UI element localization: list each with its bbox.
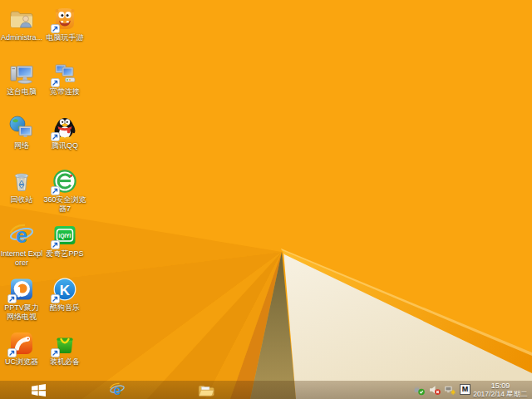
desktop-icon-label: 宽带连接 bbox=[50, 87, 80, 96]
start-button[interactable] bbox=[22, 381, 55, 399]
user-folder-icon bbox=[8, 6, 35, 32]
kugou-music-icon bbox=[52, 276, 78, 303]
ime-indicator[interactable]: M bbox=[460, 384, 470, 395]
desktop-icon-internet-explorer[interactable]: Internet Explorer bbox=[0, 221, 43, 275]
shortcut-arrow-icon bbox=[51, 348, 60, 357]
internet-explorer-icon bbox=[109, 382, 126, 398]
desktop-icon-label: 360安全浏览器7 bbox=[43, 195, 86, 214]
desktop-icon-label: 装机必备 bbox=[50, 357, 80, 367]
recycle-bin-icon bbox=[8, 168, 35, 195]
taskbar-internet-explorer-button[interactable] bbox=[101, 381, 134, 399]
360-secure-browser-icon bbox=[52, 168, 78, 195]
desktop-icon-label: 回收站 bbox=[11, 195, 33, 204]
iqiyi-pps-icon bbox=[52, 222, 78, 249]
network-icon bbox=[8, 114, 35, 140]
qq-icon bbox=[52, 114, 78, 140]
shortcut-arrow-icon bbox=[51, 132, 60, 141]
shortcut-arrow-icon bbox=[51, 78, 60, 87]
desktop-icon-iqiyi-pps[interactable]: 爱奇艺PPS bbox=[43, 221, 86, 275]
safely-remove-hardware-icon[interactable] bbox=[413, 384, 425, 396]
desktop-icon-label: 爱奇艺PPS bbox=[46, 249, 83, 259]
clock-time: 15:09 bbox=[470, 382, 530, 390]
desktop-icon-label: 网络 bbox=[14, 141, 29, 150]
uc-browser-icon bbox=[8, 330, 35, 357]
shortcut-arrow-icon bbox=[51, 24, 60, 33]
pc-mobile-game-icon bbox=[52, 6, 78, 32]
broadband-icon bbox=[52, 60, 78, 86]
taskbar-clock[interactable]: 15:09 2017/2/14 星期二 bbox=[470, 382, 530, 398]
volume-muted-icon[interactable] bbox=[429, 384, 441, 396]
desktop-icon-administrator[interactable]: Administra... bbox=[0, 5, 43, 59]
desktop-icon-qq[interactable]: 腾讯QQ bbox=[43, 113, 86, 167]
shortcut-arrow-icon bbox=[51, 186, 60, 195]
desktop-icon-network[interactable]: 网络 bbox=[0, 113, 43, 167]
software-bundle-bag-icon bbox=[52, 330, 78, 357]
desktop-icon-label: 电脑玩手游 bbox=[47, 33, 84, 42]
desktop-icon-label: Administra... bbox=[1, 33, 42, 42]
taskbar: M 15:09 2017/2/14 星期二 bbox=[0, 381, 532, 399]
desktop-icon-grid: Administra... 这台电脑 网络 回收站 Internet Explo… bbox=[0, 5, 86, 383]
desktop-icon-software-bundle[interactable]: 装机必备 bbox=[43, 329, 86, 383]
desktop-icon-pc-mobile-game[interactable]: 电脑玩手游 bbox=[43, 5, 86, 59]
file-explorer-icon bbox=[198, 382, 214, 397]
network-warning-icon[interactable] bbox=[444, 384, 456, 396]
shortcut-arrow-icon bbox=[7, 348, 17, 357]
desktop-icon-label: Internet Explorer bbox=[0, 249, 43, 268]
clock-date: 2017/2/14 星期二 bbox=[470, 390, 530, 398]
shortcut-arrow-icon bbox=[7, 294, 17, 303]
desktop-icon-label: 腾讯QQ bbox=[52, 141, 78, 150]
desktop-icon-pptv[interactable]: PPTV聚力 网络电视 bbox=[0, 275, 43, 329]
desktop-icon-recycle-bin[interactable]: 回收站 bbox=[0, 167, 43, 221]
windows-start-icon bbox=[32, 384, 46, 397]
pptv-icon bbox=[8, 276, 35, 303]
desktop-icon-360-browser[interactable]: 360安全浏览器7 bbox=[43, 167, 86, 221]
desktop-icon-label: UC浏览器 bbox=[5, 357, 38, 367]
desktop-icon-uc-browser[interactable]: UC浏览器 bbox=[0, 329, 43, 383]
shortcut-arrow-icon bbox=[51, 240, 60, 249]
desktop-icon-label: 这台电脑 bbox=[7, 87, 37, 96]
desktop-icon-label: PPTV聚力 网络电视 bbox=[0, 303, 43, 322]
desktop-icon-kugou-music[interactable]: 酷狗音乐 bbox=[43, 275, 86, 329]
desktop-icon-broadband[interactable]: 宽带连接 bbox=[43, 59, 86, 113]
internet-explorer-icon bbox=[8, 222, 35, 249]
shortcut-arrow-icon bbox=[51, 294, 60, 303]
this-pc-icon bbox=[8, 60, 35, 86]
desktop: e iQIYI K bbox=[0, 0, 532, 399]
desktop-icon-label: 酷狗音乐 bbox=[50, 303, 80, 313]
taskbar-file-explorer-button[interactable] bbox=[190, 381, 223, 399]
desktop-icon-this-pc[interactable]: 这台电脑 bbox=[0, 59, 43, 113]
